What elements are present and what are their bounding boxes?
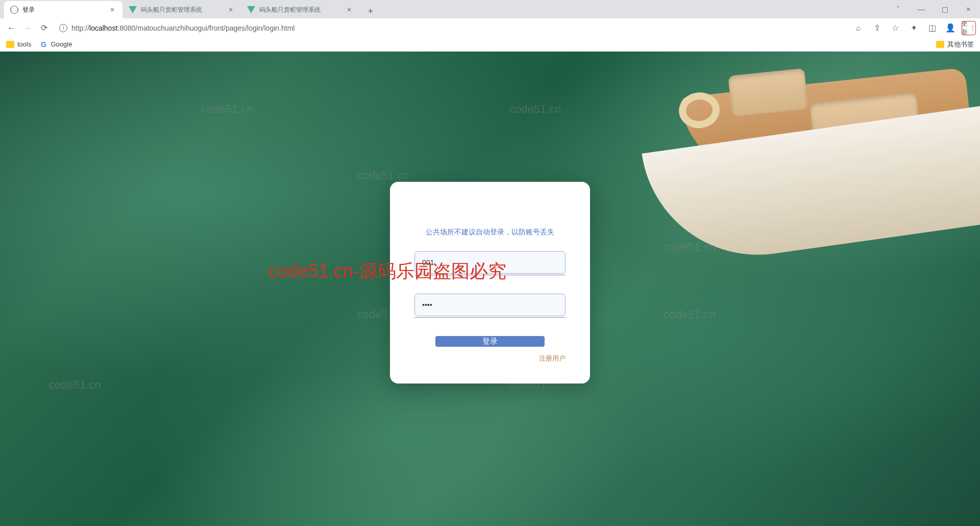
extensions-icon[interactable]: ✦ xyxy=(906,21,921,35)
login-button[interactable]: 登录 xyxy=(435,336,545,347)
maximize-button[interactable]: ▢ xyxy=(933,0,957,18)
bookmark-google[interactable]: G Google xyxy=(39,40,72,49)
folder-icon xyxy=(6,41,14,48)
vue-icon xyxy=(129,6,137,13)
vue-icon xyxy=(247,6,255,13)
bookmark-label: 其他书签 xyxy=(947,40,974,49)
close-icon[interactable]: × xyxy=(345,6,353,14)
forward-button[interactable]: → xyxy=(20,21,35,35)
bookmark-label: Google xyxy=(51,40,72,48)
window-controls: ˅ — ▢ × xyxy=(886,0,980,18)
password-input[interactable] xyxy=(414,294,566,316)
update-button[interactable]: 更新⋮ xyxy=(962,21,976,35)
address-bar: ← → ⟳ i http://localhost:8080/matouchuan… xyxy=(0,18,980,37)
boat-image xyxy=(633,52,980,246)
url-input[interactable]: i http://localhost:8080/matouchuanzhihuo… xyxy=(53,21,849,35)
globe-icon xyxy=(10,6,18,14)
toolbar-icons: ⌕ ⇪ ☆ ✦ ◫ 👤 更新⋮ xyxy=(851,21,976,35)
back-button[interactable]: ← xyxy=(4,21,18,35)
url-text: http://localhost:8080/matouchuanzhihuogu… xyxy=(71,24,295,32)
username-field-wrap xyxy=(414,251,566,275)
info-icon[interactable]: i xyxy=(59,24,67,32)
minimize-button[interactable]: — xyxy=(910,0,933,18)
tab-inactive[interactable]: 码头船只货柜管理系统 × xyxy=(241,1,359,18)
tab-title: 登录 xyxy=(22,6,104,14)
tab-bar: 登录 × 码头船只货柜管理系统 × 码头船只货柜管理系统 × + ˅ — ▢ × xyxy=(0,0,980,18)
password-field-wrap xyxy=(414,294,566,318)
side-panel-icon[interactable]: ◫ xyxy=(925,21,939,35)
reload-button[interactable]: ⟳ xyxy=(37,21,51,35)
tab-title: 码头船只货柜管理系统 xyxy=(141,6,223,14)
bookmark-label: tools xyxy=(17,40,31,48)
key-icon[interactable]: ⌕ xyxy=(851,21,866,35)
close-icon[interactable]: × xyxy=(108,6,116,14)
tab-active[interactable]: 登录 × xyxy=(4,1,122,18)
close-window-button[interactable]: × xyxy=(957,0,980,18)
profile-icon[interactable]: 👤 xyxy=(943,21,958,35)
share-icon[interactable]: ⇪ xyxy=(870,21,884,35)
star-icon[interactable]: ☆ xyxy=(888,21,902,35)
folder-icon xyxy=(936,41,944,48)
register-link[interactable]: 注册用户 xyxy=(539,354,566,363)
new-tab-button[interactable]: + xyxy=(363,4,378,18)
login-card: 公共场所不建议自动登录，以防账号丢失 登录 注册用户 xyxy=(390,182,590,384)
browser-chrome: 登录 × 码头船只货柜管理系统 × 码头船只货柜管理系统 × + ˅ — ▢ ×… xyxy=(0,0,980,52)
tab-title: 码头船只货柜管理系统 xyxy=(259,6,341,14)
username-input[interactable] xyxy=(414,251,566,274)
google-icon: G xyxy=(39,40,47,49)
bookmarks-bar: tools G Google 其他书签 xyxy=(0,37,980,52)
login-tip: 公共场所不建议自动登录，以防账号丢失 xyxy=(414,228,566,237)
close-icon[interactable]: × xyxy=(227,6,235,14)
bookmark-tools[interactable]: tools xyxy=(6,40,31,48)
tab-inactive[interactable]: 码头船只货柜管理系统 × xyxy=(122,1,241,18)
page-content: code51.cn code51.cn code51.cn code51.cn … xyxy=(0,52,980,526)
chevron-down-icon[interactable]: ˅ xyxy=(886,0,910,18)
other-bookmarks[interactable]: 其他书签 xyxy=(936,40,974,49)
